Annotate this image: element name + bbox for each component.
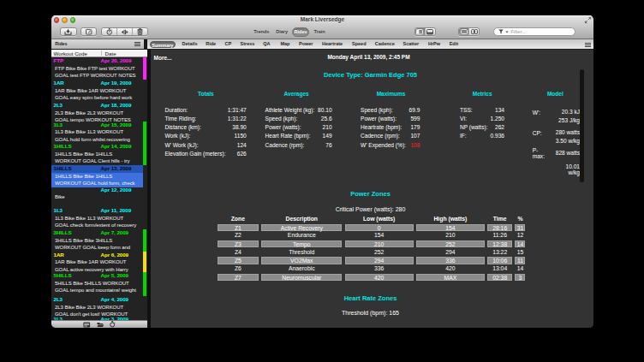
fullscreen-icon[interactable] [585,17,591,23]
tab-details[interactable]: Details [182,39,198,49]
stat-column-averages: Athlete Weight (kg):80.10Speed (kph):25.… [265,106,332,150]
interval-stopwatch-icon[interactable] [110,321,116,328]
tab-heartrate[interactable]: Heartrate [322,39,343,49]
stat-row: Power (watts):599 [361,115,420,123]
stat-row: Duration:1:31:47 [164,106,246,115]
zone-cell: 12 [515,232,525,239]
ride-row[interactable]: 1ARApr 6, 20091AR Bike Bike 1AR WORKOUTG… [51,252,143,274]
ride-row[interactable]: 1HILLSApr 13, 20091HILLS Bike Bike 1HILL… [51,165,143,187]
ride-code: 2L3 [54,102,63,110]
tabs-menu-icon[interactable] [585,43,591,47]
ride-row[interactable]: 1HILLSApr 14, 20091HILLS Bike Bike 1HILL… [51,143,143,165]
stat-value: 0.936 [490,132,504,140]
stat-row: W':20.3 kJ [533,110,580,116]
tab-qa[interactable]: QA [263,39,270,49]
stat-label: Work (kJ): [164,133,190,139]
stat-value: 599 [410,115,420,123]
tab-cadence[interactable]: Cadence [375,39,395,49]
critical-power-subtitle: Critical Power (watts): 280 [152,206,588,212]
col-workout-code[interactable]: Workout Code [54,50,87,57]
stat-label: IF: [460,133,467,139]
stat-value: 179 [410,123,420,132]
tab-cp[interactable]: CP [225,39,232,49]
sidebar-panel-icon [416,29,423,35]
stat-row: W' Work (kJ):124 [164,141,246,150]
sidebar-menu-icon[interactable] [134,42,140,46]
tabbed-view-button[interactable] [459,28,468,35]
stat-value: 280 watts [556,130,580,135]
ride-row[interactable]: FTPApr 20, 2009FTP Bike Bike FTP test WO… [51,57,143,80]
scope-diary[interactable]: Diary [276,27,288,37]
zone-cell: 11 [515,257,525,264]
tab-power[interactable]: Power [299,39,313,49]
content-scrollbar[interactable] [580,69,584,182]
stat-label: Cadence (rpm): [265,142,305,148]
zones-header-cell: Time [487,216,512,223]
split-ride-button[interactable] [102,28,116,35]
manual-entry-button[interactable] [80,27,97,36]
zone-row-z4: Z4Threshold25229413:2215 [218,249,525,258]
ride-row[interactable]: 1L3Apr 11, 20091L3 Bike Bike 1L3 WORKOUT… [51,207,143,229]
ride-row[interactable]: 5HILLSApr 5, 20095HILLS Bike 5HILLS WORK… [51,272,143,294]
col-date[interactable]: Date [105,50,116,57]
tab-stress[interactable]: Stress [241,39,255,49]
ride-row[interactable]: Apr 12, 2009Bike [51,187,143,209]
window-body: Workout Code Date FTPApr 20, 2009FTP Bik… [51,50,593,329]
stat-label: Speed (kph): [361,107,393,113]
scope-train[interactable]: Train [314,27,325,37]
ride-code: 1L3 [54,122,63,129]
ride-code: 5HILLS [54,272,72,280]
toggle-bottombar-button[interactable] [425,28,435,35]
sidebar-title: Rides [55,39,67,49]
stat-value: 76 [325,141,331,150]
split-arrows-icon [121,29,128,35]
stat-label: Time Riding: [164,116,196,122]
zone-cell: 294 [345,257,414,264]
zone-cell: 0 [345,224,414,231]
stat-value: 134 [495,106,504,115]
ride-row[interactable]: 1ARApr 19, 20091AR Bike Bike 1AR WORKOUT… [51,80,143,102]
scope-trends[interactable]: Trends [253,27,269,37]
stat-row: TSS:134 [460,106,504,115]
tab-hrpw[interactable]: HrPw [428,39,440,49]
tiled-view-button[interactable] [468,28,479,35]
compose-icon [86,28,92,35]
filter-funnel-icon [498,29,504,34]
import-button[interactable] [60,27,77,36]
zones-header-cell: Low (watts) [345,216,414,223]
summary-card-icon[interactable] [83,322,91,328]
ride-description: 3HILLS Bike Bike 3HILLSWORKOUT GOAL keep… [51,237,143,252]
stat-value: 25.6 [321,115,332,123]
filter-field[interactable]: Filter... [493,27,575,36]
stat-row: Work (kJ):1150 [164,132,246,140]
stat-label: P-max: [533,147,544,160]
stat-value: 20.3 kJ [562,110,580,115]
stat-label: Heartrate (bpm): [361,124,402,130]
ride-date: Apr 12, 2009 [101,187,132,194]
tab-speed[interactable]: Speed [352,39,367,49]
stat-value: 108 [410,141,420,150]
folder-icon[interactable] [97,322,104,328]
stopwatch-icon [106,28,113,35]
section-title-totals: Totals [198,91,214,97]
tab-ride[interactable]: Ride [206,39,216,49]
stat-row: Speed (kph):25.6 [265,115,332,123]
stat-row: P-max:828 watts [533,147,580,160]
column-divider [101,50,102,56]
tab-map[interactable]: Map [280,39,289,49]
delete-button[interactable] [132,28,147,35]
scope-rides[interactable]: Rides [292,27,309,37]
tab-edit[interactable]: Edit [450,39,458,49]
ride-description-line: Bike [51,193,143,201]
tab-summary[interactable]: Summary [150,41,176,48]
ride-row[interactable]: 3HILLSApr 7, 20093HILLS Bike Bike 3HILLS… [51,229,143,252]
zone-cell: Neuromuscular [261,274,342,281]
tabbed-view-icon [461,29,468,34]
split-button[interactable] [116,28,132,35]
toggle-sidebar-button[interactable] [415,28,425,35]
stat-label: Heart Rate (bpm): [265,133,311,139]
tab-scatter[interactable]: Scatter [403,39,420,49]
ride-row[interactable]: 1L3Apr 15, 20091L3 Bike Bike 1L3 WORKOUT… [51,122,143,144]
ride-date: Apr 13, 2009 [101,165,132,173]
ride-date: Apr 7, 2009 [101,229,128,237]
